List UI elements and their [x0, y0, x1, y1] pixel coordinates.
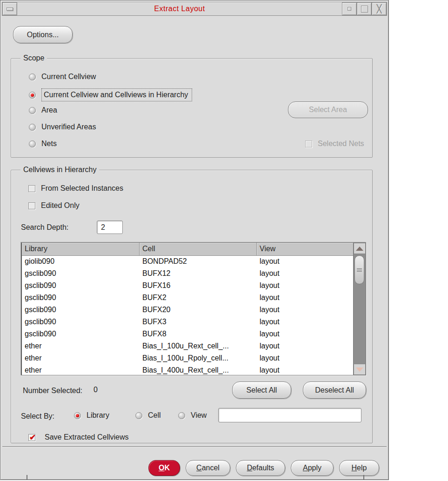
- radio-icon[interactable]: [29, 107, 36, 114]
- scroll-up-icon: [356, 247, 363, 251]
- table-row[interactable]: gsclib090 BUFX20 layout: [22, 304, 353, 316]
- radio-icon[interactable]: [178, 412, 185, 419]
- defaults-button[interactable]: Defaults: [236, 460, 285, 476]
- from-selected-instances-label: From Selected Instances: [41, 184, 123, 193]
- radio-nets[interactable]: Nets: [29, 140, 57, 148]
- scope-legend: Scope: [20, 54, 47, 62]
- select-by-view-radio[interactable]: View: [178, 411, 207, 420]
- iconify-button[interactable]: [342, 2, 357, 15]
- cell-cell: BUFX2: [140, 292, 257, 304]
- maximize-button[interactable]: [357, 2, 372, 15]
- cell-library: ether: [22, 365, 140, 375]
- select-all-button[interactable]: Select All: [232, 381, 291, 399]
- number-selected-label: Number Selected:: [23, 387, 82, 395]
- deselect-all-button[interactable]: Deselect All: [303, 381, 366, 399]
- select-by-library-radio[interactable]: Library: [74, 411, 109, 420]
- search-depth-input[interactable]: [97, 220, 123, 234]
- cell-cell: Bias_I_100u_Rpoly_cell...: [140, 353, 257, 365]
- scope-group: Scope Current Cellview Current Cellview …: [11, 58, 373, 158]
- cell-cell: BUFX8: [140, 328, 257, 341]
- cancel-button[interactable]: Cancel: [186, 460, 230, 476]
- save-extracted-cellviews-label: Save Extracted Cellviews: [45, 433, 129, 441]
- radio-icon[interactable]: [135, 412, 142, 419]
- cell-library: gsclib090: [22, 268, 140, 280]
- table-row[interactable]: ether Bias_I_100u_Rext_cell_... layout: [22, 341, 353, 353]
- cell-cell: Bias_I_100u_Rext_cell_...: [140, 341, 257, 353]
- scroll-down-icon: [356, 367, 363, 372]
- cell-cell: BONDPAD52: [140, 256, 257, 268]
- radio-icon[interactable]: [29, 73, 36, 80]
- cell-view: layout: [257, 268, 353, 280]
- scrollbar-thumb[interactable]: [354, 255, 364, 284]
- radio-label: Current Cellview and Cellviews in Hierar…: [41, 88, 192, 101]
- select-by-label: Select By:: [21, 412, 54, 421]
- save-extracted-cellviews-checkbox[interactable]: Save Extracted Cellviews: [28, 433, 129, 441]
- apply-button[interactable]: Apply: [291, 460, 334, 476]
- close-icon: ╳: [377, 4, 381, 14]
- cell-view: layout: [257, 341, 353, 353]
- select-by-filter-input[interactable]: [218, 408, 361, 422]
- select-by-cell-radio[interactable]: Cell: [135, 411, 161, 420]
- table-header[interactable]: Library Cell View: [22, 243, 353, 256]
- ok-button[interactable]: OK: [148, 460, 180, 476]
- cell-library: ether: [22, 353, 140, 365]
- checkbox-icon[interactable]: [28, 185, 35, 192]
- table-row[interactable]: ether Bias_I_400u_Rext_cell_... layout: [22, 365, 353, 375]
- radio-label: Cell: [148, 411, 161, 420]
- table-row[interactable]: gsclib090 BUFX16 layout: [22, 280, 353, 292]
- search-depth-label: Search Depth:: [21, 223, 68, 232]
- selected-nets-label: Selected Nets: [318, 140, 364, 148]
- radio-current-cellview[interactable]: Current Cellview: [29, 73, 96, 81]
- select-area-button: Select Area: [288, 101, 368, 118]
- maximize-icon: [361, 6, 368, 13]
- select-area-label: Select Area: [309, 106, 347, 114]
- from-selected-instances-checkbox[interactable]: From Selected Instances: [28, 184, 123, 193]
- scrollbar-track[interactable]: [354, 254, 366, 364]
- deselect-all-label: Deselect All: [315, 386, 354, 394]
- cell-view: layout: [257, 304, 353, 316]
- help-button[interactable]: Help: [339, 460, 379, 476]
- extract-layout-dialog: Extract Layout ╳ Options... Scope Curren…: [0, 0, 389, 480]
- table-row[interactable]: gsclib090 BUFX12 layout: [22, 268, 353, 280]
- column-header-view[interactable]: View: [257, 243, 353, 255]
- resize-notch[interactable]: [363, 475, 364, 480]
- radio-label: Unverified Areas: [41, 123, 96, 131]
- resize-notch[interactable]: [27, 475, 27, 480]
- radio-unverified-areas[interactable]: Unverified Areas: [29, 123, 96, 131]
- cell-library: giolib090: [22, 256, 140, 268]
- checkbox-checked-icon[interactable]: [28, 434, 35, 441]
- number-selected-value: 0: [94, 386, 98, 394]
- cellview-table-body[interactable]: Library Cell View giolib090 BONDPAD52 la…: [21, 243, 353, 375]
- radio-icon-selected[interactable]: [74, 412, 81, 419]
- radio-area[interactable]: Area: [29, 106, 57, 114]
- table-row[interactable]: giolib090 BONDPAD52 layout: [22, 256, 353, 268]
- vertical-scrollbar[interactable]: [353, 243, 366, 375]
- table-row[interactable]: gsclib090 BUFX3 layout: [22, 316, 353, 328]
- titlebar[interactable]: Extract Layout ╳: [2, 2, 387, 16]
- radio-icon[interactable]: [29, 124, 36, 131]
- radio-label: Current Cellview: [41, 73, 96, 81]
- iconify-icon: [348, 7, 351, 11]
- column-header-cell[interactable]: Cell: [140, 243, 257, 255]
- checkbox-icon[interactable]: [28, 202, 35, 209]
- table-row[interactable]: gsclib090 BUFX2 layout: [22, 292, 353, 304]
- scroll-down-button[interactable]: [354, 364, 366, 375]
- window-menu-icon: [7, 7, 13, 11]
- options-button[interactable]: Options...: [13, 26, 73, 43]
- cell-cell: BUFX3: [140, 316, 257, 328]
- table-row[interactable]: ether Bias_I_100u_Rpoly_cell... layout: [22, 353, 353, 365]
- checkbox-icon: [305, 140, 312, 147]
- radio-current-cellview-hierarchy[interactable]: Current Cellview and Cellviews in Hierar…: [29, 88, 192, 101]
- radio-icon-selected[interactable]: [29, 92, 36, 99]
- window-menu-button[interactable]: [2, 2, 17, 15]
- radio-label: Nets: [41, 140, 57, 148]
- edited-only-checkbox[interactable]: Edited Only: [28, 201, 80, 210]
- radio-label: Area: [41, 106, 57, 114]
- cell-view: layout: [257, 256, 353, 268]
- scroll-up-button[interactable]: [354, 243, 366, 254]
- close-button[interactable]: ╳: [372, 2, 387, 15]
- table-row[interactable]: gsclib090 BUFX8 layout: [22, 328, 353, 341]
- hierarchy-legend: Cellviews in Hierarchy: [20, 166, 99, 174]
- radio-icon[interactable]: [29, 140, 36, 147]
- column-header-library[interactable]: Library: [22, 243, 140, 255]
